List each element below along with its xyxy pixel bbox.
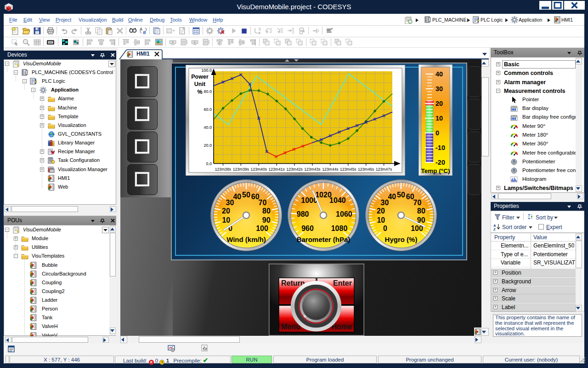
svg-text:20.0: 20.0 bbox=[204, 143, 212, 148]
svg-text:30: 30 bbox=[435, 85, 443, 92]
svg-text:1080: 1080 bbox=[331, 224, 348, 232]
svg-text:40: 40 bbox=[435, 70, 443, 78]
svg-text:20: 20 bbox=[222, 207, 230, 215]
svg-text:0.0: 0.0 bbox=[206, 161, 212, 166]
svg-text:Enter: Enter bbox=[333, 279, 352, 287]
svg-text:10: 10 bbox=[435, 115, 443, 122]
svg-text:1040: 1040 bbox=[329, 196, 346, 204]
svg-text:50: 50 bbox=[242, 191, 250, 199]
svg-text:100.0: 100.0 bbox=[201, 68, 212, 73]
svg-text:40: 40 bbox=[388, 193, 396, 201]
svg-text:%: % bbox=[197, 89, 202, 95]
svg-text:123m41s: 123m41s bbox=[269, 167, 285, 172]
svg-text:40: 40 bbox=[233, 193, 241, 201]
svg-text:60.0: 60.0 bbox=[204, 107, 212, 112]
svg-text:-20: -20 bbox=[435, 159, 445, 166]
svg-text:40.0: 40.0 bbox=[204, 125, 212, 130]
svg-text:123m38s: 123m38s bbox=[215, 167, 231, 172]
svg-text:123m42s: 123m42s bbox=[286, 167, 302, 172]
svg-text:100: 100 bbox=[256, 224, 268, 232]
svg-text:80: 80 bbox=[262, 207, 271, 215]
svg-text:50: 50 bbox=[397, 191, 405, 199]
svg-text:80.0: 80.0 bbox=[204, 89, 212, 94]
svg-text:-10: -10 bbox=[435, 144, 445, 151]
svg-text:Wind (km/h): Wind (km/h) bbox=[226, 236, 266, 243]
svg-text:1060: 1060 bbox=[336, 210, 352, 218]
svg-text:10: 10 bbox=[222, 216, 230, 224]
svg-text:20: 20 bbox=[377, 207, 385, 215]
svg-text:Z: Z bbox=[493, 227, 496, 230]
svg-text:Home: Home bbox=[332, 323, 352, 331]
svg-text:123m47s: 123m47s bbox=[376, 167, 392, 172]
svg-text:Menu: Menu bbox=[281, 323, 300, 331]
svg-text:Power: Power bbox=[191, 74, 209, 80]
svg-text:123m45s: 123m45s bbox=[340, 167, 356, 172]
svg-text:123m43s: 123m43s bbox=[304, 167, 320, 172]
svg-text:90: 90 bbox=[262, 216, 271, 224]
svg-text:123m44s: 123m44s bbox=[322, 167, 338, 172]
svg-text:123m46s: 123m46s bbox=[358, 167, 374, 172]
svg-text:Barometer (hPa): Barometer (hPa) bbox=[297, 236, 351, 243]
svg-text:Temp (°C): Temp (°C) bbox=[421, 167, 450, 174]
svg-text:70: 70 bbox=[259, 199, 267, 207]
svg-text:10: 10 bbox=[377, 216, 385, 224]
svg-text:123m39s: 123m39s bbox=[233, 167, 249, 172]
svg-text:960: 960 bbox=[301, 224, 314, 232]
svg-text:20: 20 bbox=[435, 100, 443, 107]
svg-text:0: 0 bbox=[383, 224, 387, 232]
svg-text:70: 70 bbox=[413, 199, 422, 207]
svg-text:Unit: Unit bbox=[194, 81, 206, 87]
svg-text:0: 0 bbox=[435, 129, 439, 137]
svg-text:123m40s: 123m40s bbox=[251, 167, 267, 172]
svg-text:980: 980 bbox=[297, 210, 309, 218]
svg-text:100: 100 bbox=[411, 224, 423, 232]
svg-text:Hygro (%): Hygro (%) bbox=[385, 236, 418, 243]
svg-text:80: 80 bbox=[417, 207, 425, 215]
